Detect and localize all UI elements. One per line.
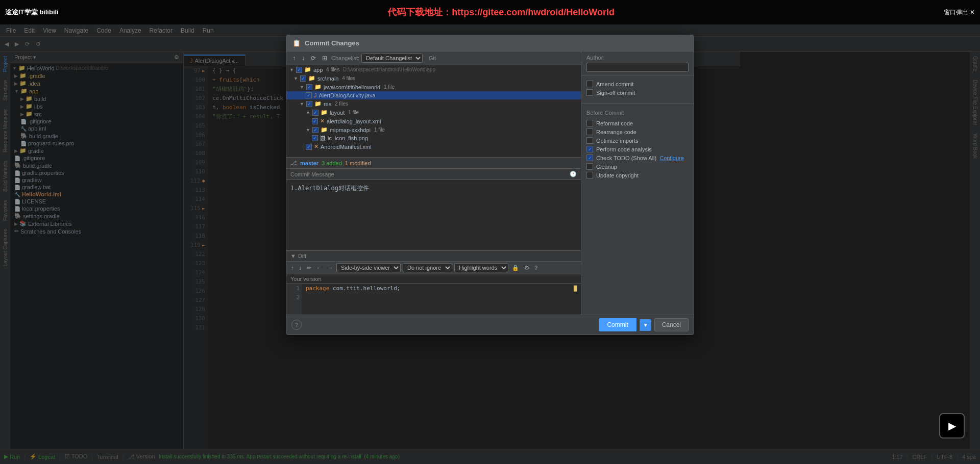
checkbox-java[interactable]: ✓	[306, 84, 312, 90]
chevron-icon: ▼	[300, 85, 304, 90]
commit-message-section: Commit Message 🕐 1.AlertDialog对话框控件	[286, 169, 581, 250]
folder-icon: 📁	[304, 66, 311, 73]
diff-highlight-select[interactable]: Highlight words	[454, 263, 508, 272]
dtree-label-res: res	[324, 101, 331, 107]
diff-help-btn[interactable]: ?	[533, 264, 539, 271]
diff-code-area: package com.ttit.helloworld; █	[302, 284, 581, 315]
dialog-left-panel: ↑ ↓ ⟳ ⊞ Changelist: Default Changelist G…	[286, 51, 581, 315]
options-divider	[581, 103, 694, 104]
diff-edit-btn[interactable]: ✏	[305, 264, 313, 272]
folder-icon: 📁	[314, 84, 322, 90]
dtree-files-java: 1 file	[382, 84, 395, 90]
dialog-title-icon: 📋	[292, 39, 301, 47]
rearrange-code-row: Rearrange code	[586, 127, 689, 136]
dtree-item-fishpng[interactable]: ✓ 🖼 ic_icon_fish.png	[286, 134, 581, 142]
video-icon-button[interactable]: ▶	[939, 413, 965, 439]
checkbox-manifest[interactable]: ✓	[306, 144, 312, 150]
dtree-item-srcmain[interactable]: ▼ ✓ 📁 src\main 4 files	[286, 74, 581, 83]
update-copyright-checkbox[interactable]	[586, 172, 593, 178]
checkbox-app[interactable]: ✓	[296, 67, 302, 73]
move-down-btn[interactable]: ↓	[300, 54, 307, 63]
xml-icon: ✕	[320, 118, 325, 124]
refresh-btn[interactable]: ⟳	[309, 54, 318, 63]
move-up-btn[interactable]: ↑	[290, 54, 298, 63]
dtree-label-alertlayout: alertdialog_layout.xml	[327, 118, 381, 124]
diff-up-btn[interactable]: ↑	[289, 264, 296, 271]
dtree-files-app: 4 files	[325, 67, 341, 72]
dtree-item-alertlayout[interactable]: ✓ ✕ alertdialog_layout.xml	[286, 117, 581, 125]
folder-icon: 📁	[321, 126, 328, 133]
diff-viewer-select[interactable]: Side-by-side viewer	[336, 263, 401, 272]
checkbox-fishpng[interactable]: ✓	[312, 135, 318, 141]
checkbox-srcmain[interactable]: ✓	[300, 75, 306, 82]
dtree-item-layout[interactable]: ▼ ✓ 📁 layout 1 file	[286, 108, 581, 117]
commit-message-input[interactable]: 1.AlertDialog对话框控件	[286, 180, 581, 250]
diff-settings-btn[interactable]: ⚙	[523, 264, 531, 272]
dtree-item-mipmap[interactable]: ▼ ✓ 📁 mipmap-xxxhdpi 1 file	[286, 125, 581, 134]
reformat-code-checkbox[interactable]	[586, 120, 593, 126]
diff-gutter: 1 2	[286, 284, 302, 315]
commit-button[interactable]: Commit	[599, 318, 636, 331]
dtree-item-app[interactable]: ▼ ✓ 📁 app 4 files D:\workspace\ttit\andr…	[286, 65, 581, 74]
rearrange-code-checkbox[interactable]	[586, 128, 593, 135]
dtree-item-java[interactable]: ▼ ✓ 📁 java\com\ttit\helloworld 1 file	[286, 83, 581, 91]
diff-ignore-select[interactable]: Do not ignore	[403, 263, 452, 272]
perform-analysis-checkbox[interactable]: ✓	[586, 146, 593, 152]
dtree-label-manifest: AndroidManifest.xml	[321, 144, 372, 150]
checkbox-alertlayout[interactable]: ✓	[312, 118, 318, 124]
rearrange-code-label: Rearrange code	[596, 129, 636, 135]
history-icon[interactable]: 🕐	[570, 171, 577, 177]
dtree-files-srcmain: 4 files	[340, 75, 355, 81]
diff-down-btn[interactable]: ↓	[298, 264, 304, 271]
java-icon: J	[314, 92, 317, 98]
configure-link[interactable]: Configure	[659, 155, 684, 161]
diff-header: ▼ Diff	[286, 251, 581, 262]
image-icon: 🖼	[320, 135, 326, 141]
top-banner: 途途IT学堂 bilibili 代码下载地址：https://gitee.com…	[0, 0, 980, 24]
checkbox-layout[interactable]: ✓	[312, 110, 318, 116]
commit-button-arrow[interactable]: ▼	[640, 319, 651, 331]
cancel-button[interactable]: Cancel	[654, 318, 689, 331]
folder-icon: 📁	[321, 109, 328, 116]
commit-dialog: 📋 Commit Changes ↑ ↓ ⟳ ⊞ Changelist: Def…	[286, 35, 694, 335]
dtree-label-srcmain: src\main	[317, 75, 339, 82]
cleanup-label: Cleanup	[596, 164, 617, 170]
help-button[interactable]: ?	[291, 320, 302, 330]
amend-commit-checkbox[interactable]	[586, 81, 593, 87]
branch-row: ⎇ master 3 added 1 modified	[286, 157, 581, 169]
commit-msg-label: Commit Message	[290, 171, 334, 177]
git-icon: ⎇	[290, 160, 297, 166]
logo-label: 途途IT学堂 bilibili	[5, 8, 59, 16]
changelist-select[interactable]: Default Changelist	[361, 54, 423, 63]
your-version-row: Your version	[286, 274, 581, 284]
amend-commit-label: Amend commit	[596, 81, 633, 87]
checkbox-alertdialog[interactable]: ✓	[306, 92, 312, 98]
diff-line-num-2: 2	[288, 293, 300, 302]
dtree-files-res: 2 files	[333, 101, 348, 107]
dialog-footer: ? Commit ▼ Cancel	[286, 315, 694, 334]
diff-lock-btn[interactable]: 🔒	[510, 264, 521, 272]
author-input[interactable]	[586, 63, 689, 72]
watermark-url: 代码下载地址：https://gitee.com/hwdroid/HelloWo…	[64, 6, 939, 18]
window-close-label[interactable]: 窗口弹出 ✕	[944, 8, 975, 17]
diff-forward-btn[interactable]: →	[326, 264, 334, 271]
checkbox-mipmap[interactable]: ✓	[312, 127, 318, 133]
dtree-item-res[interactable]: ▼ ✓ 📁 res 2 files	[286, 99, 581, 108]
check-todo-row: ✓ Check TODO (Show All) Configure	[586, 153, 689, 162]
dtree-item-manifest[interactable]: ✓ ✕ AndroidManifest.xml	[286, 142, 581, 151]
diff-back-btn[interactable]: ←	[315, 264, 324, 271]
expand-icon[interactable]: ▼	[290, 253, 296, 259]
checkbox-res[interactable]: ✓	[306, 101, 312, 107]
vcs-label: Git	[429, 55, 436, 61]
cleanup-checkbox[interactable]	[586, 163, 593, 170]
optimize-imports-checkbox[interactable]	[586, 137, 593, 144]
dialog-file-tree: ▼ ✓ 📁 app 4 files D:\workspace\ttit\andr…	[286, 65, 581, 157]
xml-icon: ✕	[314, 143, 318, 150]
folder-icon: 📁	[308, 75, 315, 82]
signoff-commit-checkbox[interactable]	[586, 89, 593, 96]
group-btn[interactable]: ⊞	[320, 54, 329, 63]
dtree-label-java: java\com\ttit\helloworld	[324, 84, 380, 90]
optimize-imports-label: Optimize imports	[596, 138, 639, 144]
dtree-item-alertdialog[interactable]: ✓ J AlertDialogActivity.java	[286, 91, 581, 99]
check-todo-checkbox[interactable]: ✓	[586, 154, 593, 161]
